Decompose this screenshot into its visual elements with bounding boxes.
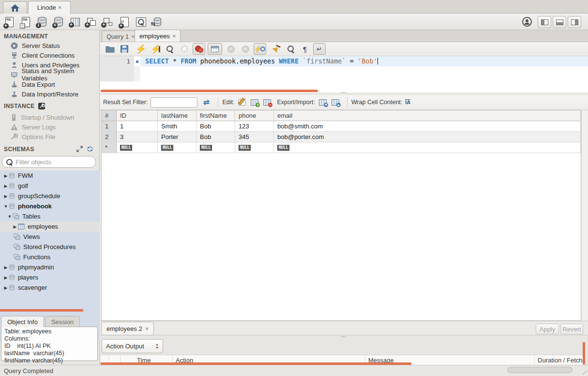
tree-item-functions-folder[interactable]: Functions bbox=[0, 252, 100, 262]
tab-result-employees-2[interactable]: employees 2× bbox=[101, 322, 154, 335]
create-view-button[interactable]: + bbox=[85, 16, 98, 28]
add-row-icon[interactable]: + bbox=[250, 98, 259, 107]
expand-schemas-icon[interactable] bbox=[76, 146, 83, 152]
explain-plan-button[interactable]: ⚡ bbox=[164, 43, 176, 55]
sidebar-item-client-connections[interactable]: Client Connections bbox=[0, 50, 99, 60]
tree-item-stored-procedures-folder[interactable]: Stored Procedures bbox=[0, 242, 100, 252]
sql-editor[interactable]: 1 ● SELECT * FROM phonebook.employees WH… bbox=[100, 56, 588, 93]
create-schema-button[interactable]: + bbox=[52, 16, 65, 28]
tab-session[interactable]: Session bbox=[45, 316, 80, 327]
wrap-cell-content-icon[interactable]: IA bbox=[405, 99, 410, 105]
column-header-email[interactable]: email bbox=[274, 110, 581, 121]
home-tab[interactable] bbox=[3, 1, 27, 14]
cell-firstname[interactable]: NULL bbox=[196, 142, 235, 153]
tree-item-table-employees[interactable]: ▶employees bbox=[0, 221, 100, 232]
sql-line-1[interactable]: 1 ● SELECT * FROM phonebook.employees WH… bbox=[100, 56, 588, 66]
delete-row-icon[interactable]: − bbox=[262, 98, 272, 107]
create-procedure-button[interactable]: + bbox=[101, 16, 115, 28]
sidebar-item-startup-shutdown[interactable]: Startup / Shutdown bbox=[0, 112, 99, 122]
reconnect-dbms-button[interactable]: ⇆ bbox=[151, 16, 164, 28]
tree-item-schema-phpmyadmin[interactable]: ▶phpmyadmin bbox=[0, 262, 100, 272]
new-sql-tab-button[interactable]: SQL+ bbox=[2, 16, 16, 28]
limit-rows-button[interactable] bbox=[208, 43, 222, 55]
column-header-id[interactable]: ID bbox=[117, 110, 158, 121]
tab-employees[interactable]: employees× bbox=[135, 30, 181, 42]
sidebar-item-data-export[interactable]: Data Export bbox=[0, 79, 99, 89]
sidebar-item-options-file[interactable]: Options File bbox=[0, 132, 99, 141]
toggle-autocommit-button[interactable]: ⚡ bbox=[254, 43, 266, 55]
expander-icon[interactable]: ▶ bbox=[3, 285, 9, 290]
tree-item-schema-scavenger[interactable]: ▶scavenger bbox=[0, 282, 100, 293]
close-icon[interactable]: × bbox=[145, 325, 149, 332]
revert-button[interactable]: Revert bbox=[560, 324, 583, 334]
expander-icon[interactable]: ▼ bbox=[7, 214, 13, 219]
expander-icon[interactable]: ▶ bbox=[3, 194, 9, 199]
editor-result-splitter-handle[interactable] bbox=[341, 92, 346, 93]
cell-id[interactable]: 1 bbox=[117, 121, 158, 132]
expander-icon[interactable]: ▶ bbox=[3, 173, 9, 178]
sidebar-item-status-system-variables[interactable]: Status and System Variables bbox=[0, 70, 99, 79]
import-records-icon[interactable]: ▲ bbox=[331, 98, 340, 107]
output-selector[interactable]: Action Output ▲▼ bbox=[102, 339, 163, 353]
save-button[interactable] bbox=[118, 43, 131, 55]
resize-grip[interactable] bbox=[582, 370, 587, 375]
statusbar-hscrollbar[interactable] bbox=[507, 367, 573, 373]
rollback-button[interactable]: × bbox=[239, 43, 252, 55]
schema-filter-input[interactable] bbox=[15, 158, 101, 166]
expander-icon[interactable]: ▶ bbox=[3, 275, 9, 280]
expander-icon[interactable]: ▶ bbox=[3, 184, 9, 188]
cell-email[interactable]: bob@smith.com bbox=[274, 121, 581, 132]
schema-inspector-button[interactable]: i bbox=[35, 16, 49, 28]
sidebar-item-data-import[interactable]: Data Import/Restore bbox=[0, 89, 99, 99]
commit-button[interactable]: ✓ bbox=[225, 43, 237, 55]
sidebar-item-server-status[interactable]: Server Status bbox=[0, 41, 99, 50]
execute-query-button[interactable]: ⚡ bbox=[135, 43, 147, 55]
connection-tab-linode[interactable]: Linode × bbox=[28, 1, 71, 14]
cell-email[interactable]: NULL bbox=[274, 142, 581, 153]
tab-object-info[interactable]: Object Info bbox=[1, 316, 44, 327]
refresh-result-icon[interactable]: ⇄ bbox=[201, 98, 211, 107]
cell-phone[interactable]: NULL bbox=[235, 142, 274, 153]
toggle-left-sidebar-button[interactable] bbox=[538, 16, 551, 28]
cell-id[interactable]: 3 bbox=[117, 132, 158, 142]
tree-item-schema-golf[interactable]: ▶golf bbox=[0, 181, 100, 191]
toggle-word-wrap-button[interactable]: ↵ bbox=[313, 43, 326, 55]
result-output-splitter-handle[interactable] bbox=[341, 336, 346, 337]
toggle-invisible-chars-button[interactable]: ¶ bbox=[299, 43, 311, 55]
tree-item-views-folder[interactable]: Views bbox=[0, 232, 100, 242]
stop-query-button[interactable] bbox=[178, 43, 191, 55]
refresh-schemas-icon[interactable] bbox=[87, 146, 93, 152]
expander-icon[interactable]: ▶ bbox=[12, 224, 18, 229]
toggle-right-sidebar-button[interactable] bbox=[568, 16, 581, 28]
open-sql-script-button[interactable]: SQL▤ bbox=[19, 16, 32, 28]
toggle-bottom-panel-button[interactable] bbox=[553, 16, 566, 28]
cell-id[interactable]: NULL bbox=[117, 142, 158, 153]
export-recordset-icon[interactable]: ▼ bbox=[318, 98, 328, 107]
schema-tree-hscrollbar[interactable] bbox=[0, 309, 83, 312]
output-vscrollbar[interactable] bbox=[583, 342, 585, 364]
result-filter-input[interactable] bbox=[151, 97, 197, 108]
cell-firstname[interactable]: Bob bbox=[196, 121, 235, 132]
column-header-phone[interactable]: phone bbox=[235, 110, 274, 121]
column-header-firstname[interactable]: firstName bbox=[196, 110, 235, 121]
edit-cell-icon[interactable] bbox=[237, 98, 247, 107]
tree-item-schema-fwm[interactable]: ▶FWM bbox=[0, 171, 100, 181]
find-button[interactable] bbox=[285, 43, 297, 55]
cell-lastname[interactable]: Porter bbox=[158, 132, 196, 142]
row-number-cell[interactable]: * bbox=[102, 142, 117, 153]
result-grid-vscrollbar[interactable] bbox=[581, 110, 588, 321]
create-table-button[interactable]: + bbox=[68, 16, 82, 28]
row-number-cell[interactable]: 1 bbox=[102, 121, 117, 132]
column-header-lastname[interactable]: lastName bbox=[158, 110, 196, 121]
output-col-duration[interactable]: Duration / Fetch bbox=[535, 355, 585, 365]
row-number-cell[interactable]: 2 bbox=[102, 132, 117, 142]
tree-item-schema-players[interactable]: ▶players bbox=[0, 272, 100, 282]
close-icon[interactable]: × bbox=[58, 4, 62, 11]
cell-firstname[interactable]: Bob bbox=[196, 132, 235, 142]
editor-hscrollbar[interactable] bbox=[101, 90, 318, 92]
create-function-button[interactable]: { }+ bbox=[118, 16, 131, 28]
cell-lastname[interactable]: Smith bbox=[158, 121, 196, 132]
toggle-stop-on-error-button[interactable] bbox=[193, 43, 205, 55]
expander-icon[interactable]: ▶ bbox=[3, 265, 9, 270]
open-file-button[interactable] bbox=[104, 43, 116, 55]
